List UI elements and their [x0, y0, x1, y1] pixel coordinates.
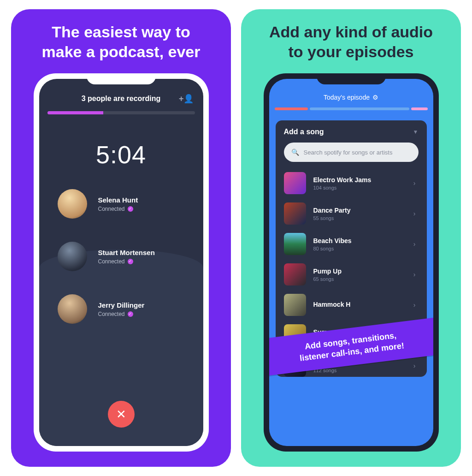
headline-right: Add any kind of audio to your episodes	[255, 22, 447, 66]
phone-mockup-left: 3 people are recording +👤 5:04 Selena Hu…	[34, 73, 209, 452]
avatar	[58, 294, 87, 324]
song-row[interactable]: Beach Vibes 80 songs ›	[284, 233, 419, 255]
recording-status: 3 people are recording	[82, 95, 161, 103]
headline-left: The easiest way to make a podcast, ever	[28, 22, 214, 66]
song-subtitle: 80 songs	[313, 246, 406, 251]
participant-list: Selena Hunt Connected ✓ Stuart Mortensen…	[39, 189, 203, 324]
timeline-segment	[411, 107, 428, 110]
phone-mockup-right: Today's episode ⚙ Add a song ▼ 🔍 Search …	[264, 73, 439, 452]
verified-icon: ✓	[128, 259, 133, 264]
verified-icon: ✓	[128, 311, 133, 317]
close-icon: ✕	[116, 407, 126, 422]
participant-name: Stuart Mortensen	[98, 249, 155, 256]
participant-name: Selena Hunt	[98, 196, 138, 204]
headline-line: to your episodes	[269, 42, 433, 62]
headline-line: make a podcast, ever	[42, 42, 201, 62]
song-thumbnail	[284, 294, 306, 316]
episode-timeline[interactable]	[275, 107, 428, 110]
search-icon: 🔍	[291, 149, 299, 156]
verified-icon: ✓	[128, 206, 133, 212]
participant-status: Connected ✓	[98, 258, 155, 265]
chevron-right-icon: ›	[413, 210, 416, 217]
add-song-title: Add a song	[284, 128, 324, 136]
chevron-right-icon: ›	[413, 271, 416, 278]
chevron-right-icon: ›	[413, 179, 416, 187]
timeline-segment	[310, 107, 409, 110]
song-thumbnail	[284, 202, 306, 225]
participant-info: Selena Hunt Connected ✓	[98, 196, 138, 212]
phone-notch	[87, 73, 156, 84]
record-timer: 5:04	[39, 140, 203, 169]
song-title: Beach Vibes	[313, 237, 406, 244]
song-row[interactable]: Pump Up 65 songs ›	[284, 263, 419, 286]
avatar	[58, 242, 87, 271]
search-placeholder: Search spotify for songs or artists	[304, 149, 393, 156]
participant-status: Connected ✓	[98, 311, 145, 317]
phone-notch	[317, 73, 386, 84]
episode-title: Today's episode	[324, 94, 370, 101]
screen-recording: 3 people are recording +👤 5:04 Selena Hu…	[39, 79, 203, 446]
participant-info: Stuart Mortensen Connected ✓	[98, 249, 155, 265]
participant-row: Stuart Mortensen Connected ✓	[58, 242, 185, 271]
song-row[interactable]: Hammock H ›	[284, 294, 419, 316]
song-title: Hammock H	[313, 301, 406, 308]
recording-header: 3 people are recording +👤	[39, 95, 203, 103]
chevron-right-icon: ›	[413, 362, 416, 369]
song-title: Pump Up	[313, 268, 406, 275]
chevron-down-icon: ▼	[413, 129, 419, 135]
song-subtitle: 65 songs	[313, 276, 406, 282]
headline-line: The easiest way to	[42, 22, 201, 42]
add-user-icon[interactable]: +👤	[179, 94, 194, 104]
song-thumbnail	[284, 263, 306, 286]
chevron-right-icon: ›	[413, 240, 416, 248]
song-thumbnail	[284, 172, 306, 194]
song-subtitle: 104 songs	[313, 185, 406, 190]
song-subtitle: 55 songs	[313, 215, 406, 221]
participant-name: Jerry Dillinger	[98, 301, 145, 309]
song-title: Electro Work Jams	[313, 176, 406, 184]
record-progress	[47, 111, 195, 114]
avatar	[58, 189, 87, 219]
headline-line: Add any kind of audio	[269, 22, 433, 42]
participant-row: Selena Hunt Connected ✓	[58, 189, 185, 219]
song-thumbnail	[284, 233, 306, 255]
participant-status: Connected ✓	[98, 206, 138, 212]
screen-episode: Today's episode ⚙ Add a song ▼ 🔍 Search …	[269, 79, 433, 446]
episode-header[interactable]: Today's episode ⚙	[269, 94, 433, 101]
song-row[interactable]: Dance Party 55 songs ›	[284, 202, 419, 225]
chevron-right-icon: ›	[413, 301, 416, 309]
add-song-header[interactable]: Add a song ▼	[284, 128, 419, 136]
participant-row: Jerry Dillinger Connected ✓	[58, 294, 185, 324]
stop-recording-button[interactable]: ✕	[108, 401, 135, 428]
participant-info: Jerry Dillinger Connected ✓	[98, 301, 145, 317]
promo-panel-audio: Add any kind of audio to your episodes T…	[241, 9, 461, 467]
record-progress-fill	[47, 111, 104, 114]
song-search-input[interactable]: 🔍 Search spotify for songs or artists	[284, 143, 419, 162]
song-title: Dance Party	[313, 207, 406, 214]
song-row[interactable]: Electro Work Jams 104 songs ›	[284, 172, 419, 194]
timeline-segment	[275, 107, 308, 110]
gear-icon[interactable]: ⚙	[372, 94, 378, 101]
promo-panel-record: The easiest way to make a podcast, ever …	[11, 9, 231, 467]
